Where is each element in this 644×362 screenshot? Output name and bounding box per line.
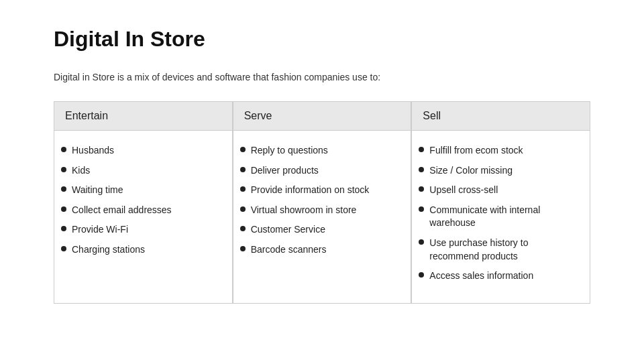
bullet-icon bbox=[419, 239, 424, 245]
list-item-text: Provide information on stock bbox=[251, 184, 370, 197]
list-item-text: Waiting time bbox=[72, 184, 123, 197]
bullet-icon bbox=[240, 147, 246, 152]
list-item-text: Reply to questions bbox=[251, 144, 328, 158]
list-item: Husbands bbox=[61, 144, 221, 158]
list-item-text: Fulfill from ecom stock bbox=[429, 144, 523, 158]
bullet-icon bbox=[61, 246, 66, 251]
bullet-icon bbox=[419, 206, 424, 212]
list-item: Customer Service bbox=[240, 223, 400, 237]
bullet-icon bbox=[61, 206, 66, 212]
column-body-serve: Reply to questionsDeliver productsProvid… bbox=[233, 131, 411, 277]
bullet-icon bbox=[419, 186, 424, 192]
list-item-text: Provide Wi-Fi bbox=[72, 223, 128, 237]
column-list-entertain: HusbandsKidsWaiting timeCollect email ad… bbox=[61, 144, 221, 257]
list-item-text: Barcode scanners bbox=[251, 243, 327, 257]
bullet-icon bbox=[419, 167, 424, 172]
list-item-text: Virtual showroom in store bbox=[251, 204, 357, 217]
list-item: Charging stations bbox=[61, 243, 221, 257]
list-item-text: Size / Color missing bbox=[429, 164, 513, 178]
bullet-icon bbox=[240, 167, 246, 172]
bullet-icon bbox=[240, 246, 246, 251]
list-item-text: Customer Service bbox=[251, 223, 325, 237]
list-item: Communicate with internal warehouse bbox=[419, 204, 579, 230]
list-item: Provide information on stock bbox=[240, 184, 400, 197]
bullet-icon bbox=[240, 206, 246, 212]
subtitle: Digital in Store is a mix of devices and… bbox=[54, 72, 590, 82]
list-item-text: Charging stations bbox=[72, 243, 145, 257]
bullet-icon bbox=[419, 147, 424, 152]
columns-wrapper: EntertainHusbandsKidsWaiting timeCollect… bbox=[54, 101, 590, 304]
list-item-text: Husbands bbox=[72, 144, 114, 158]
column-header-serve: Serve bbox=[233, 102, 411, 131]
list-item-text: Collect email addresses bbox=[72, 204, 172, 217]
column-list-serve: Reply to questionsDeliver productsProvid… bbox=[240, 144, 400, 257]
column-body-sell: Fulfill from ecom stockSize / Color miss… bbox=[412, 131, 590, 303]
column-body-entertain: HusbandsKidsWaiting timeCollect email ad… bbox=[54, 131, 232, 277]
list-item: Reply to questions bbox=[240, 144, 400, 158]
list-item: Size / Color missing bbox=[419, 164, 579, 178]
bullet-icon bbox=[240, 186, 246, 192]
list-item: Upsell cross-sell bbox=[419, 184, 579, 197]
list-item: Waiting time bbox=[61, 184, 221, 197]
bullet-icon bbox=[61, 167, 66, 172]
column-list-sell: Fulfill from ecom stockSize / Color miss… bbox=[419, 144, 579, 283]
column-header-entertain: Entertain bbox=[54, 102, 232, 131]
list-item: Provide Wi-Fi bbox=[61, 223, 221, 237]
list-item: Access sales information bbox=[419, 269, 579, 283]
list-item: Fulfill from ecom stock bbox=[419, 144, 579, 158]
bullet-icon bbox=[61, 147, 66, 152]
list-item-text: Communicate with internal warehouse bbox=[429, 204, 579, 230]
list-item-text: Deliver products bbox=[251, 164, 319, 178]
list-item-text: Access sales information bbox=[429, 269, 533, 283]
list-item: Collect email addresses bbox=[61, 204, 221, 217]
list-item: Barcode scanners bbox=[240, 243, 400, 257]
list-item-text: Upsell cross-sell bbox=[429, 184, 498, 197]
list-item-text: Kids bbox=[72, 164, 90, 178]
list-item: Deliver products bbox=[240, 164, 400, 178]
bullet-icon bbox=[61, 226, 66, 231]
bullet-icon bbox=[61, 186, 66, 192]
list-item: Virtual showroom in store bbox=[240, 204, 400, 217]
list-item-text: Use purchase history to recommend produc… bbox=[429, 237, 579, 263]
column-entertain: EntertainHusbandsKidsWaiting timeCollect… bbox=[54, 101, 233, 304]
column-header-sell: Sell bbox=[412, 102, 590, 131]
list-item: Use purchase history to recommend produc… bbox=[419, 237, 579, 263]
list-item: Kids bbox=[61, 164, 221, 178]
page-title: Digital In Store bbox=[54, 27, 590, 52]
bullet-icon bbox=[240, 226, 246, 231]
column-serve: ServeReply to questionsDeliver productsP… bbox=[233, 101, 412, 304]
column-sell: SellFulfill from ecom stockSize / Color … bbox=[411, 101, 590, 304]
bullet-icon bbox=[419, 272, 424, 278]
page-container: Digital In Store Digital in Store is a m… bbox=[0, 0, 644, 362]
